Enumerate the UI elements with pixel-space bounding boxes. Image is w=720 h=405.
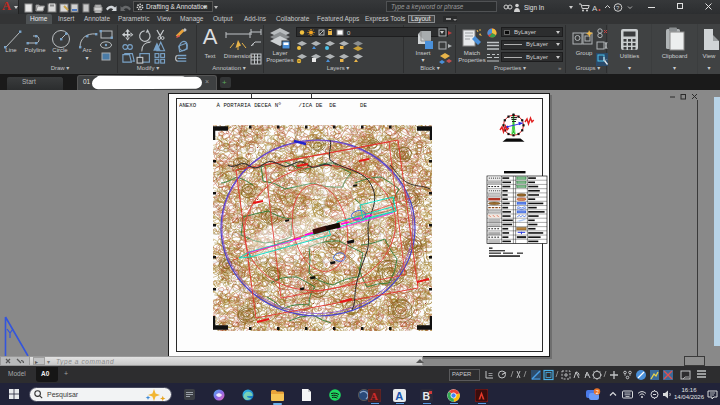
svg-text:?: ?	[616, 5, 620, 11]
svg-text:A: A	[370, 389, 378, 401]
svg-text:0: 0	[347, 30, 351, 36]
svg-text:2: 2	[596, 389, 599, 395]
svg-text:A: A	[395, 389, 403, 401]
svg-text:A: A	[592, 3, 598, 12]
svg-text:Sign In: Sign In	[524, 4, 545, 12]
